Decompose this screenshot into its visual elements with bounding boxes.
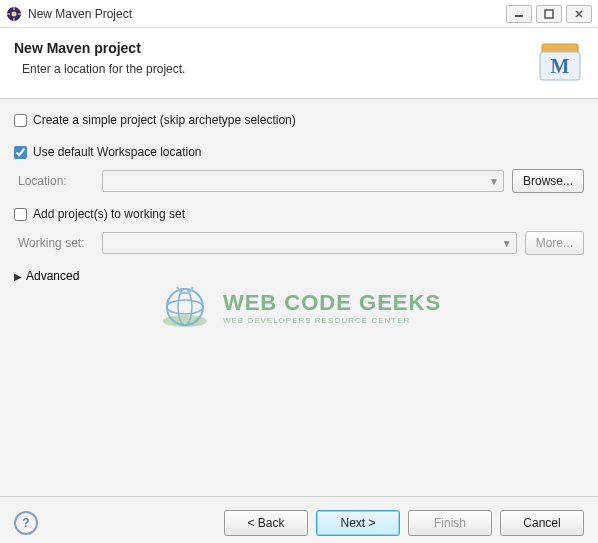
svg-point-1	[12, 11, 17, 16]
working-set-combo: ▼	[102, 232, 517, 254]
working-set-label[interactable]: Add project(s) to working set	[33, 207, 185, 221]
maximize-button[interactable]	[536, 5, 562, 23]
browse-button[interactable]: Browse...	[512, 169, 584, 193]
window-title: New Maven Project	[28, 7, 500, 21]
simple-project-row: Create a simple project (skip archetype …	[14, 113, 584, 127]
wizard-footer: ? < Back Next > Finish Cancel	[0, 497, 598, 543]
svg-rect-2	[515, 15, 523, 17]
next-button[interactable]: Next >	[316, 510, 400, 536]
wizard-header: New Maven project Enter a location for t…	[0, 28, 598, 99]
minimize-button[interactable]	[506, 5, 532, 23]
chevron-down-icon: ▼	[489, 176, 499, 187]
advanced-expander[interactable]: ▶ Advanced	[14, 269, 584, 283]
advanced-label: Advanced	[26, 269, 79, 283]
page-title: New Maven project	[14, 40, 185, 56]
working-set-field-row: Working set: ▼ More...	[14, 231, 584, 255]
chevron-down-icon: ▼	[502, 238, 512, 249]
default-workspace-checkbox[interactable]	[14, 146, 27, 159]
wizard-content: Create a simple project (skip archetype …	[0, 99, 598, 497]
page-subtitle: Enter a location for the project.	[14, 62, 185, 76]
working-set-row: Add project(s) to working set	[14, 207, 584, 221]
svg-point-7	[163, 315, 207, 327]
watermark-subtitle: WEB DEVELOPERS RESOURCE CENTER	[223, 316, 441, 325]
finish-button: Finish	[408, 510, 492, 536]
help-button[interactable]: ?	[14, 511, 38, 535]
watermark-title: WEB CODE GEEKS	[223, 290, 441, 316]
back-button[interactable]: < Back	[224, 510, 308, 536]
simple-project-checkbox[interactable]	[14, 114, 27, 127]
svg-text:M: M	[551, 55, 570, 77]
location-label: Location:	[18, 174, 94, 188]
default-workspace-row: Use default Workspace location	[14, 145, 584, 159]
svg-rect-3	[545, 10, 553, 18]
svg-point-9	[167, 300, 203, 314]
default-workspace-label[interactable]: Use default Workspace location	[33, 145, 202, 159]
simple-project-label[interactable]: Create a simple project (skip archetype …	[33, 113, 296, 127]
location-combo[interactable]: ▼	[102, 170, 504, 192]
working-set-checkbox[interactable]	[14, 208, 27, 221]
more-button: More...	[525, 231, 584, 255]
location-row: Location: ▼ Browse...	[14, 169, 584, 193]
svg-point-10	[178, 289, 192, 325]
working-set-field-label: Working set:	[18, 236, 94, 250]
close-button[interactable]	[566, 5, 592, 23]
window-controls	[506, 5, 592, 23]
maven-icon: M	[536, 40, 584, 84]
svg-point-8	[167, 289, 203, 325]
cancel-button[interactable]: Cancel	[500, 510, 584, 536]
window-titlebar: New Maven Project	[0, 0, 598, 28]
expand-icon: ▶	[14, 271, 22, 282]
app-icon	[6, 6, 22, 22]
watermark: WEB CODE GEEKS WEB DEVELOPERS RESOURCE C…	[157, 279, 441, 335]
